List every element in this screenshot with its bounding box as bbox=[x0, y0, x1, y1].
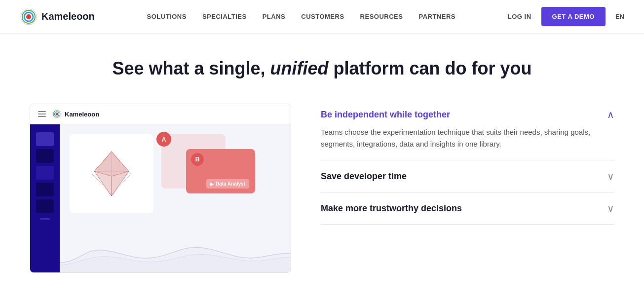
logo-text: Kameleoon bbox=[41, 11, 95, 22]
site-header: Kameleoon SOLUTIONS SPECIALTIES PLANS CU… bbox=[0, 0, 644, 34]
chevron-up-icon: ∧ bbox=[607, 109, 614, 120]
accordion-header-2[interactable]: Save developer time ∨ bbox=[321, 170, 614, 182]
variant-b-card: B ▶ Data Analyst bbox=[186, 149, 255, 193]
sidebar-block-4 bbox=[36, 183, 54, 196]
ab-variants: A B ▶ Data Analyst bbox=[161, 134, 260, 213]
mockup-logo-text: Kameleoon bbox=[65, 111, 99, 118]
accordion-section: Be independent while together ∧ Teams ch… bbox=[321, 104, 614, 225]
logo[interactable]: Kameleoon bbox=[20, 8, 95, 26]
hero-section: See what a single, unified platform can … bbox=[0, 34, 644, 283]
kameleoon-logo-icon bbox=[20, 8, 38, 26]
sidebar-mini-1 bbox=[40, 218, 50, 220]
hero-title-part2: platform can do for you bbox=[329, 58, 532, 78]
main-content: Kameleoon bbox=[0, 104, 644, 273]
accordion-body-1: Teams choose the experimentation techniq… bbox=[321, 126, 614, 150]
arrow-icon: ▶ bbox=[210, 182, 214, 187]
mockup-sidebar bbox=[30, 124, 60, 272]
accordion-title-2: Save developer time bbox=[321, 171, 407, 182]
mockup-main-area: A B ▶ Data Analyst bbox=[60, 124, 291, 272]
hero-title: See what a single, unified platform can … bbox=[112, 58, 531, 79]
badge-b: B bbox=[191, 153, 204, 166]
mockup-logo-icon bbox=[52, 109, 62, 119]
nav-resources[interactable]: RESOURCES bbox=[360, 13, 403, 20]
diamond-shape bbox=[87, 149, 136, 198]
nav-partners[interactable]: PARTNERS bbox=[418, 13, 455, 20]
nav-solutions[interactable]: SOLUTIONS bbox=[147, 13, 187, 20]
menu-icon[interactable] bbox=[38, 111, 46, 117]
accordion-item-1: Be independent while together ∧ Teams ch… bbox=[321, 109, 614, 160]
data-analyst-label: Data Analyst bbox=[216, 181, 245, 187]
login-button[interactable]: LOG IN bbox=[508, 13, 531, 20]
accordion-item-2: Save developer time ∨ bbox=[321, 160, 614, 192]
hero-title-part1: See what a single, bbox=[112, 58, 270, 78]
chevron-down-icon-3: ∨ bbox=[607, 202, 614, 214]
ab-test-visual: A B ▶ Data Analyst bbox=[70, 134, 281, 213]
wave-chart bbox=[60, 233, 291, 272]
main-nav: SOLUTIONS SPECIALTIES PLANS CUSTOMERS RE… bbox=[147, 13, 455, 20]
nav-customers[interactable]: CUSTOMERS bbox=[301, 13, 344, 20]
badge-a: A bbox=[156, 132, 171, 147]
hero-title-italic: unified bbox=[270, 58, 329, 78]
nav-plans[interactable]: PLANS bbox=[263, 13, 286, 20]
app-mockup: Kameleoon bbox=[30, 104, 291, 273]
get-demo-button[interactable]: GET A DEMO bbox=[541, 7, 606, 26]
sidebar-block-1 bbox=[36, 132, 54, 146]
mockup-logo: Kameleoon bbox=[52, 109, 99, 119]
mockup-header: Kameleoon bbox=[30, 104, 291, 124]
accordion-title-3: Make more trustworthy decisions bbox=[321, 203, 462, 214]
diamond-container bbox=[70, 134, 153, 213]
svg-point-3 bbox=[26, 14, 31, 19]
mockup-body: A B ▶ Data Analyst bbox=[30, 124, 291, 272]
language-selector[interactable]: EN bbox=[615, 13, 624, 20]
sidebar-block-3 bbox=[36, 166, 54, 180]
sidebar-block-2 bbox=[36, 149, 54, 163]
header-actions: LOG IN GET A DEMO EN bbox=[508, 7, 624, 26]
svg-point-7 bbox=[56, 113, 58, 115]
accordion-item-3: Make more trustworthy decisions ∨ bbox=[321, 192, 614, 225]
data-analyst-tag: ▶ Data Analyst bbox=[206, 179, 249, 189]
nav-specialties[interactable]: SPECIALTIES bbox=[202, 13, 247, 20]
accordion-header-1[interactable]: Be independent while together ∧ bbox=[321, 109, 614, 120]
sidebar-block-5 bbox=[36, 199, 54, 213]
chevron-down-icon-2: ∨ bbox=[607, 170, 614, 182]
accordion-title-1: Be independent while together bbox=[321, 110, 450, 120]
accordion-header-3[interactable]: Make more trustworthy decisions ∨ bbox=[321, 202, 614, 214]
